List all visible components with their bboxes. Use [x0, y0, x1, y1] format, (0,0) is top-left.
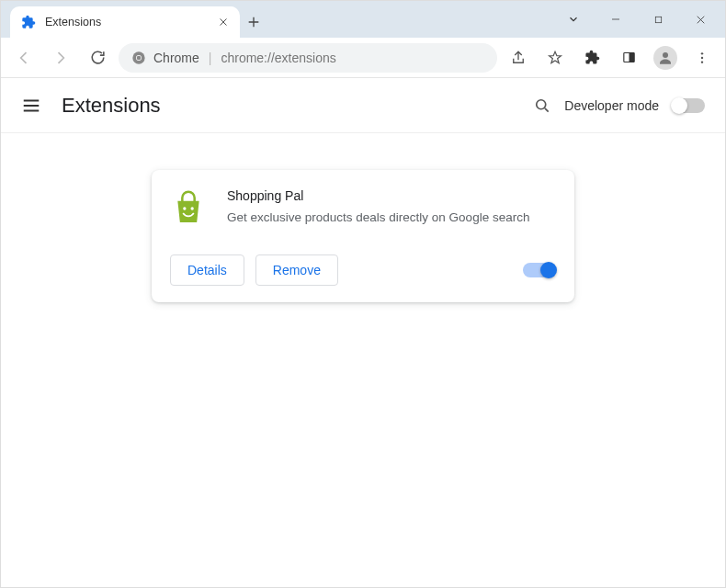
tab-title: Extensions: [45, 16, 209, 28]
extension-card: Shopping Pal Get exclusive products deal…: [152, 170, 574, 302]
puzzle-icon: [21, 15, 36, 29]
bookmark-icon[interactable]: [539, 42, 571, 74]
svg-point-9: [701, 61, 703, 62]
hamburger-icon[interactable]: [21, 96, 41, 116]
developer-mode-label: Developer mode: [564, 98, 659, 113]
omnibox-url: chrome://extensions: [221, 51, 335, 65]
forward-button[interactable]: [45, 42, 76, 74]
address-bar[interactable]: Chrome | chrome://extensions: [119, 43, 497, 73]
extensions-icon[interactable]: [576, 42, 607, 74]
svg-point-10: [537, 99, 546, 108]
search-icon[interactable]: [533, 96, 551, 115]
share-icon[interactable]: [503, 42, 534, 74]
toolbar: Chrome | chrome://extensions: [1, 38, 725, 78]
developer-mode-toggle[interactable]: [672, 98, 705, 113]
extension-name: Shopping Pal: [227, 188, 529, 203]
svg-point-8: [701, 56, 703, 58]
svg-rect-0: [655, 17, 661, 22]
tab-search-icon[interactable]: [552, 5, 595, 34]
svg-rect-5: [629, 53, 634, 62]
svg-point-3: [137, 55, 142, 60]
svg-point-7: [701, 52, 703, 54]
content-area: Shopping Pal Get exclusive products deal…: [1, 133, 725, 587]
new-tab-button[interactable]: [240, 6, 267, 38]
chrome-icon: [131, 51, 146, 65]
page-header: Extensions Developer mode: [1, 78, 725, 133]
back-button[interactable]: [8, 42, 40, 74]
maximize-button[interactable]: [637, 5, 679, 34]
extension-enable-toggle[interactable]: [523, 263, 556, 277]
remove-button[interactable]: Remove: [255, 254, 338, 286]
window-controls: [552, 1, 725, 38]
page-title: Extensions: [62, 94, 513, 118]
omnibox-chip-label: Chrome: [153, 51, 199, 65]
minimize-button[interactable]: [595, 5, 637, 34]
extension-description: Get exclusive products deals directly on…: [227, 209, 529, 227]
close-window-button[interactable]: [679, 5, 721, 34]
shopping-bag-icon: [170, 190, 207, 227]
close-tab-icon[interactable]: [218, 17, 229, 28]
svg-point-11: [183, 207, 186, 209]
sidepanel-icon[interactable]: [613, 42, 644, 74]
profile-avatar[interactable]: [650, 42, 681, 74]
titlebar: Extensions: [1, 1, 725, 38]
details-button[interactable]: Details: [170, 254, 244, 286]
browser-tab[interactable]: Extensions: [10, 6, 240, 38]
svg-point-6: [663, 52, 668, 58]
svg-point-12: [191, 207, 194, 209]
menu-icon[interactable]: [686, 42, 718, 74]
reload-button[interactable]: [82, 42, 113, 74]
